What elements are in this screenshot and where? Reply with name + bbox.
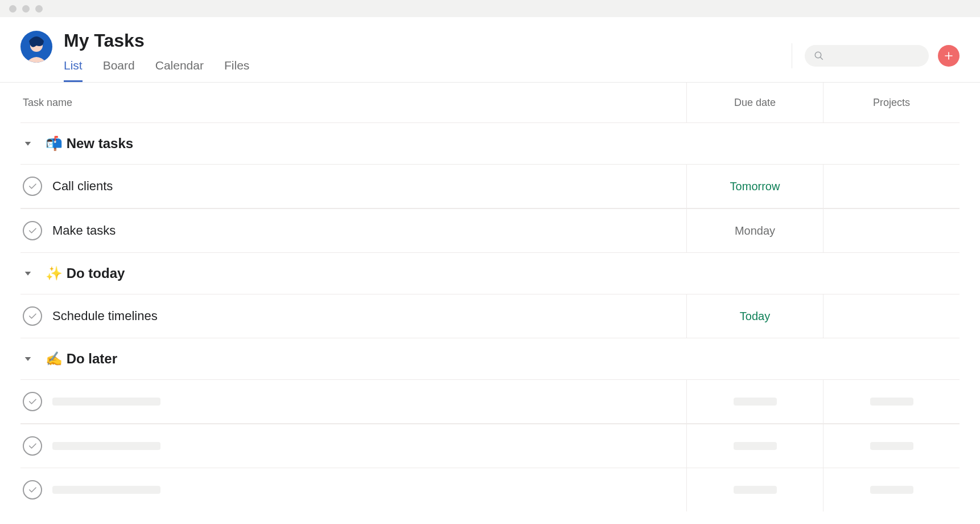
window-dot [9,5,17,13]
task-row[interactable]: Schedule timelines Today [20,294,960,338]
check-icon [27,181,38,191]
check-icon [27,226,38,236]
check-icon [27,396,38,407]
section-emoji: ✨ [46,265,63,281]
column-header-name[interactable]: Task name [20,83,686,122]
placeholder-bar [734,486,777,494]
section-header-new-tasks[interactable]: 📬 New tasks [20,122,960,164]
task-grid: Task name Due date Projects 📬 New tasks … [0,83,980,511]
project-cell[interactable] [823,294,960,338]
placeholder-bar [870,398,913,406]
section-emoji: 📬 [46,136,63,151]
task-name[interactable]: Make tasks [52,223,116,238]
tab-calendar[interactable]: Calendar [155,59,204,82]
complete-toggle [23,436,42,456]
plus-icon [944,51,954,61]
column-header-projects[interactable]: Projects [823,83,960,122]
placeholder-bar [52,486,160,494]
search-icon [814,51,824,61]
placeholder-bar [52,398,160,406]
chevron-down-icon[interactable] [23,138,33,149]
column-headers: Task name Due date Projects [20,83,960,122]
check-icon [27,311,38,321]
section-title: ✍️ Do later [46,351,117,367]
add-button[interactable] [938,45,960,67]
task-name[interactable]: Call clients [52,179,113,194]
view-tabs: List Board Calendar Files [64,59,792,82]
section-header-do-later[interactable]: ✍️ Do later [20,338,960,379]
task-row-placeholder [20,424,960,468]
tab-list[interactable]: List [64,59,83,82]
window-dot [35,5,43,13]
section-header-do-today[interactable]: ✨ Do today [20,253,960,294]
page-header: My Tasks List Board Calendar Files [0,17,980,83]
window-dot [22,5,30,13]
due-date[interactable]: Monday [735,224,775,238]
complete-toggle [23,392,42,411]
placeholder-bar [734,398,777,406]
column-header-due[interactable]: Due date [686,83,823,122]
section-title: ✨ Do today [46,265,125,281]
complete-toggle[interactable] [23,221,42,240]
svg-line-3 [820,57,823,60]
window-titlebar [0,0,980,17]
project-cell[interactable] [823,165,960,208]
complete-toggle[interactable] [23,306,42,326]
complete-toggle[interactable] [23,177,42,196]
tab-board[interactable]: Board [103,59,135,82]
search-input[interactable] [805,45,929,67]
due-date[interactable]: Tomorrow [730,180,780,193]
task-name[interactable]: Schedule timelines [52,309,158,324]
chevron-down-icon[interactable] [23,268,33,279]
due-date[interactable]: Today [740,310,770,323]
task-row[interactable]: Call clients Tomorrow [20,164,960,208]
check-icon [27,441,38,451]
task-row-placeholder [20,468,960,511]
check-icon [27,485,38,495]
tab-files[interactable]: Files [224,59,249,82]
separator [792,43,792,68]
complete-toggle [23,480,42,500]
avatar[interactable] [20,31,52,63]
task-row-placeholder [20,379,960,424]
project-cell[interactable] [823,209,960,252]
task-row[interactable]: Make tasks Monday [20,208,960,253]
placeholder-bar [870,442,913,450]
placeholder-bar [870,486,913,494]
section-emoji: ✍️ [46,351,63,366]
placeholder-bar [734,442,777,450]
page-title: My Tasks [64,31,792,51]
section-title: 📬 New tasks [46,136,133,152]
svg-point-2 [815,52,821,58]
placeholder-bar [52,442,160,450]
chevron-down-icon[interactable] [23,354,33,364]
